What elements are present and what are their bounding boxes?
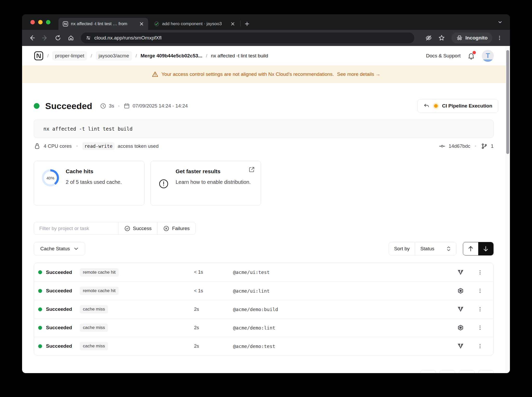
task-duration: 2s bbox=[194, 344, 233, 349]
close-window-button[interactable] bbox=[30, 20, 35, 24]
password-eye-off-icon[interactable] bbox=[423, 32, 434, 44]
filter-failures-label: Failures bbox=[172, 226, 190, 231]
back-button[interactable] bbox=[26, 32, 38, 44]
sort-field-select[interactable]: Status bbox=[415, 242, 456, 255]
sort-field-value: Status bbox=[420, 246, 434, 252]
home-button[interactable] bbox=[65, 32, 77, 44]
pagination-button[interactable] bbox=[478, 370, 494, 373]
branch-count[interactable]: 1 bbox=[491, 143, 494, 149]
breadcrumb-repo[interactable]: jaysoo3/acme bbox=[96, 51, 132, 60]
docs-support-link[interactable]: Docs & Support bbox=[426, 53, 461, 59]
task-name[interactable]: @acme/demo:build bbox=[233, 307, 450, 312]
cache-hits-card: 40% Cache hits 2 of 5 tasks used cache. bbox=[34, 161, 144, 206]
task-name[interactable]: @acme/ui:lint bbox=[233, 288, 450, 294]
site-settings-icon[interactable] bbox=[85, 35, 91, 41]
filter-input[interactable] bbox=[34, 222, 118, 234]
task-list: Succeeded remote cache hit < 1s @acme/ui… bbox=[34, 263, 494, 355]
breadcrumb-separator: / bbox=[47, 53, 49, 59]
minimize-window-button[interactable] bbox=[38, 20, 43, 24]
cache-status-badge: cache miss bbox=[80, 342, 108, 350]
clock-icon bbox=[100, 103, 106, 109]
tab-search-button[interactable] bbox=[495, 18, 505, 26]
bookmark-star-icon[interactable] bbox=[436, 32, 447, 44]
pagination-button[interactable] bbox=[440, 370, 455, 373]
git-branch-icon bbox=[481, 143, 488, 150]
task-name[interactable]: @acme/ui:test bbox=[233, 270, 450, 275]
row-menu-kebab-icon[interactable] bbox=[477, 343, 483, 349]
access-token-text: access token used bbox=[118, 143, 158, 149]
sort-descending-button[interactable] bbox=[478, 242, 493, 255]
task-status: Succeeded bbox=[46, 306, 80, 312]
tab-divider bbox=[240, 21, 241, 27]
info-circle-icon bbox=[158, 179, 169, 189]
sort-direction-group bbox=[463, 242, 494, 255]
maximize-window-button[interactable] bbox=[46, 20, 50, 24]
task-row[interactable]: Succeeded cache miss 2s @acme/demo:test bbox=[34, 337, 493, 355]
nx-logo[interactable] bbox=[34, 51, 44, 61]
tab-close-icon[interactable] bbox=[230, 21, 236, 27]
browser-toolbar: cloud.nx.app/runs/smOmxpfXfl Incognito bbox=[22, 30, 510, 46]
forward-button[interactable] bbox=[39, 32, 51, 44]
row-menu-kebab-icon[interactable] bbox=[477, 287, 483, 294]
avatar[interactable]: T bbox=[482, 50, 494, 62]
row-menu-kebab-icon[interactable] bbox=[477, 306, 483, 313]
url-text[interactable]: cloud.nx.app/runs/smOmxpfXfl bbox=[94, 35, 162, 41]
run-duration: 3s bbox=[109, 103, 114, 109]
tab-strip: nx affected -t lint test … from add hero… bbox=[22, 14, 510, 30]
faster-card-subtitle: Learn how to enable distribution. bbox=[176, 178, 251, 186]
window-controls[interactable] bbox=[30, 20, 50, 24]
external-link-icon[interactable] bbox=[248, 166, 255, 173]
task-name[interactable]: @acme/demo:test bbox=[233, 344, 450, 349]
banner-details-link[interactable]: See more details → bbox=[337, 71, 381, 77]
cache-status-badge: cache miss bbox=[80, 324, 108, 332]
breadcrumb-merge[interactable]: Merge 409b44e5cb02c53... bbox=[141, 53, 202, 59]
task-row[interactable]: Succeeded remote cache hit < 1s @acme/ui… bbox=[34, 281, 493, 300]
pagination-button[interactable] bbox=[459, 370, 475, 373]
filter-success-label: Success bbox=[133, 226, 152, 231]
cache-status-badge: remote cache hit bbox=[80, 268, 119, 277]
scrollbar-thumb[interactable] bbox=[506, 50, 509, 154]
filter-bar: Success Failures bbox=[34, 222, 196, 235]
meta-separator bbox=[475, 145, 476, 147]
task-duration: 2s bbox=[194, 325, 233, 331]
filter-failures-toggle[interactable]: Failures bbox=[157, 222, 195, 234]
tab-other[interactable]: add hero component · jaysoo3 bbox=[150, 18, 239, 30]
run-status-header: Succeeded 3s 07/09/2025 14:24 - 14:24 bbox=[34, 99, 498, 113]
nx-favicon-icon bbox=[63, 21, 68, 27]
cache-hit-percent: 40% bbox=[46, 176, 54, 180]
task-row[interactable]: Succeeded remote cache hit < 1s @acme/ui… bbox=[34, 263, 493, 281]
task-name[interactable]: @acme/demo:lint bbox=[233, 325, 450, 331]
breadcrumb-run: nx affected -t lint test build bbox=[211, 53, 268, 59]
group-by-cache-status-button[interactable]: Cache Status bbox=[34, 242, 85, 255]
meta-separator bbox=[76, 145, 78, 147]
task-status: Succeeded bbox=[46, 343, 80, 349]
chevron-updown-icon bbox=[446, 246, 451, 252]
commit-sha[interactable]: 14d67bdc bbox=[449, 143, 470, 149]
browser-menu-icon[interactable] bbox=[494, 32, 505, 44]
faster-results-card[interactable]: Get faster results Learn how to enable d… bbox=[150, 161, 261, 206]
tab-current-run[interactable]: nx affected -t lint test … from bbox=[58, 18, 148, 30]
notifications-bell-icon[interactable] bbox=[467, 52, 475, 60]
tab-close-icon[interactable] bbox=[139, 21, 144, 27]
notification-dot bbox=[473, 51, 476, 54]
task-status-dot bbox=[38, 326, 42, 330]
eslint-icon bbox=[457, 287, 464, 294]
new-tab-button[interactable] bbox=[243, 19, 251, 28]
reload-button[interactable] bbox=[52, 32, 64, 44]
address-bar[interactable]: cloud.nx.app/runs/smOmxpfXfl bbox=[81, 32, 414, 43]
command-box: nx affected -t lint test build bbox=[34, 120, 494, 138]
pagination-button[interactable] bbox=[420, 370, 436, 373]
breadcrumb-org[interactable]: proper-limpet bbox=[52, 51, 87, 60]
linux-penguin-icon bbox=[34, 143, 41, 150]
row-menu-kebab-icon[interactable] bbox=[477, 324, 483, 331]
task-row[interactable]: Succeeded cache miss 2s @acme/demo:build bbox=[34, 300, 493, 318]
x-circle-icon bbox=[163, 225, 169, 232]
task-row[interactable]: Succeeded cache miss 2s @acme/demo:lint bbox=[34, 318, 493, 337]
sort-ascending-button[interactable] bbox=[463, 242, 478, 255]
filter-success-toggle[interactable]: Success bbox=[118, 222, 157, 234]
status-dot bbox=[34, 103, 39, 109]
row-menu-kebab-icon[interactable] bbox=[477, 269, 483, 276]
check-circle-icon bbox=[124, 225, 130, 232]
run-meta-row: 4 CPU cores read-write access token used… bbox=[34, 142, 494, 150]
pipeline-execution-button[interactable]: CI Pipeline Execution bbox=[417, 99, 498, 113]
